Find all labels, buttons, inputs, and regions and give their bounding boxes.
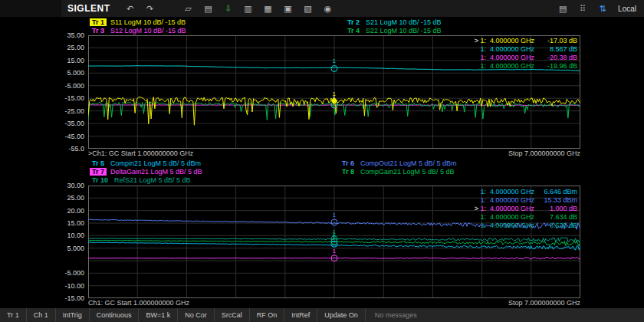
status-intref[interactable]: IntRef: [284, 308, 317, 322]
y-axis-label: -5.000: [44, 83, 84, 90]
save-icon[interactable]: ▣: [281, 2, 296, 15]
svg-text:1: 1: [333, 233, 337, 240]
marker-readout-list: 1: 4.000000 GHz6.646 dBm1: 4.000000 GHz1…: [475, 188, 577, 230]
screenshot-icon[interactable]: ◉: [320, 2, 336, 15]
toolbar-tools-group: ▱▤⇩▥▦▣▧◉: [181, 2, 336, 15]
trace-format-label: DeltaGain21 LogM 5 dB/ 5 dB: [110, 168, 202, 176]
status-ch-1[interactable]: Ch 1: [27, 308, 56, 322]
undo-icon[interactable]: ↶: [123, 2, 138, 15]
marker-readout-row: > 1: 4.000000 GHz-17.03 dB: [475, 37, 577, 45]
status-continuous[interactable]: Continuous: [90, 308, 140, 322]
status-rf-on[interactable]: RF On: [250, 308, 285, 322]
y-axis-label: 25.00: [44, 195, 84, 202]
trace-header-tr2[interactable]: Tr 2S21 LogM 10 dB/ -15 dB: [345, 18, 442, 26]
trace-header-tr3[interactable]: Tr 3S12 LogM 10 dB/ -15 dB: [90, 27, 186, 34]
marker-readout-row: 1: 4.000000 GHz8.567 dB: [475, 45, 577, 54]
trace-number-chip[interactable]: Tr 6: [340, 159, 356, 167]
y-axis-label: 5.000: [44, 70, 84, 77]
control-mode-label[interactable]: Local: [618, 5, 636, 13]
status-inttrig[interactable]: IntTrig: [56, 308, 90, 322]
trace-header-tr1[interactable]: Tr 1S11 LogM 10 dB/ -15 dB: [90, 18, 186, 26]
svg-text:1: 1: [333, 90, 337, 97]
trace-format-label: S11 LogM 10 dB/ -15 dB: [110, 18, 186, 26]
status-bar: Tr 1Ch 1IntTrigContinuousBW=1 kNo CorSrc…: [0, 308, 644, 322]
waterfall-icon[interactable]: ▦: [261, 2, 276, 15]
lan-status-icon[interactable]: ⇅: [595, 2, 610, 15]
marker-readout-row: > 1: 4.000000 GHz1.000 dB: [475, 205, 577, 213]
svg-text:1: 1: [333, 248, 337, 255]
y-axis-label: 30.00: [44, 182, 84, 189]
y-axis-label: -45.00: [44, 133, 84, 140]
toolbar-undo-group: ↶↷: [123, 2, 158, 15]
y-axis-label: 5.000: [44, 245, 84, 252]
y-axis-label: -15.00: [44, 95, 84, 102]
y-axis-label: 20.00: [44, 208, 84, 215]
trace-format-label: RefS21 LogM 5 dB/ 5 dB: [114, 176, 191, 184]
trace-number-chip[interactable]: Tr 7: [90, 168, 107, 176]
y-axis-label: -15.00: [44, 295, 84, 302]
brand-logo: SIGLENT: [67, 3, 110, 14]
sweep-start-label: Ch1: GC Start 1.000000000 GHz: [88, 299, 189, 307]
trace-format-label: CompOut21 LogM 5 dB/ 5 dBm: [360, 159, 457, 167]
marker-readout-row: 1: 4.000000 GHz15.33 dBm: [475, 196, 577, 205]
marker-readout-row: 1: 4.000000 GHz-19.96 dB: [475, 62, 577, 71]
marker-readout-row: 1: 4.000000 GHz-20.38 dB: [475, 54, 577, 62]
export-icon[interactable]: ⇩: [221, 2, 236, 15]
trace-format-label: Compin21 LogM 5 dB/ 5 dBm: [110, 159, 201, 167]
svg-text:1: 1: [333, 212, 337, 219]
trace-number-chip[interactable]: Tr 4: [345, 27, 362, 34]
trace-number-chip[interactable]: Tr 8: [340, 168, 356, 176]
marker-icon[interactable]: ▱: [181, 2, 196, 15]
marker-readout-row: 1: 4.000000 GHz7.634 dB: [475, 213, 577, 222]
trace-header-tr7[interactable]: Tr 7DeltaGain21 LogM 5 dB/ 5 dB: [90, 168, 202, 176]
trace-number-chip[interactable]: Tr 1: [90, 18, 107, 26]
svg-text:1: 1: [333, 58, 337, 64]
trace-header-tr10[interactable]: Tr 10RefS21 LogM 5 dB/ 5 dB: [90, 176, 191, 184]
y-axis-label: 35.00: [44, 32, 84, 39]
redo-icon[interactable]: ↷: [143, 2, 158, 15]
trace-format-label: CompGain21 LogM 5 dB/ 5 dB: [360, 168, 455, 176]
status-update-on[interactable]: Update On: [317, 308, 366, 322]
status-tr-1[interactable]: Tr 1: [0, 308, 27, 322]
marker-readout-row: 1: 4.000000 GHz6.646 dBm: [475, 188, 577, 196]
y-axis-label: -55.0: [44, 146, 84, 153]
folder-icon[interactable]: ▧: [301, 2, 316, 15]
status-bw-1-k[interactable]: BW=1 k: [139, 308, 178, 322]
toolbar-system-group: ▤⠿⇅: [555, 2, 610, 15]
signal-icon[interactable]: ▥: [241, 2, 256, 15]
trace-header-tr4[interactable]: Tr 4S22 LogM 10 dB/ -15 dB: [345, 27, 442, 34]
sweep-start-label: >Ch1: GC Start 1.000000000 GHz: [88, 150, 193, 157]
trace-number-chip[interactable]: Tr 3: [90, 27, 107, 34]
apps-grid-icon[interactable]: ⠿: [575, 2, 590, 15]
marker-readout-list: > 1: 4.000000 GHz-17.03 dB1: 4.000000 GH…: [475, 37, 577, 71]
toolbar: SIGLENT ↶↷ ▱▤⇩▥▦▣▧◉ ▤⠿⇅ Local: [0, 0, 644, 18]
y-axis-label: 25.00: [44, 44, 84, 51]
vna-screen: SIGLENT ↶↷ ▱▤⇩▥▦▣▧◉ ▤⠿⇅ Local Tr 1Ch 1In…: [0, 0, 644, 322]
y-axis-label: 10.00: [44, 232, 84, 239]
trace-header-tr6[interactable]: Tr 6CompOut21 LogM 5 dB/ 5 dBm: [340, 159, 457, 167]
trace-format-label: S21 LogM 10 dB/ -15 dB: [366, 18, 442, 26]
trace-header-tr8[interactable]: Tr 8CompGain21 LogM 5 dB/ 5 dB: [340, 168, 455, 176]
marker-readout-row: 1: 4.000000 GHz8.633 dB: [475, 222, 577, 230]
menu-region: [0, 0, 61, 17]
status-message: No messages: [366, 311, 426, 319]
trace-header-tr5[interactable]: Tr 5Compin21 LogM 5 dB/ 5 dBm: [90, 159, 201, 167]
y-axis-label: -25.00: [44, 108, 84, 115]
status-srccal[interactable]: SrcCal: [215, 308, 250, 322]
trace-format-label: S22 LogM 10 dB/ -15 dB: [366, 27, 442, 34]
y-axis-label: -35.00: [44, 120, 84, 127]
sweep-stop-label: Stop 7.000000000 GHz: [508, 299, 580, 307]
trace-number-chip[interactable]: Tr 5: [90, 159, 107, 167]
y-axis-label: 15.00: [44, 58, 84, 64]
status-no-cor[interactable]: No Cor: [178, 308, 215, 322]
sweep-stop-label: Stop 7.000000000 GHz: [508, 150, 580, 157]
y-axis-label: 15.00: [44, 220, 84, 227]
y-axis-label: -5.000: [44, 270, 84, 277]
window-layout-icon[interactable]: ▤: [555, 2, 570, 15]
trace-number-chip[interactable]: Tr 10: [90, 176, 110, 184]
trace-format-label: S12 LogM 10 dB/ -15 dB: [110, 27, 186, 34]
chart-icon[interactable]: ▤: [201, 2, 216, 15]
y-axis-label: -10.00: [44, 283, 84, 290]
trace-number-chip[interactable]: Tr 2: [345, 18, 362, 26]
